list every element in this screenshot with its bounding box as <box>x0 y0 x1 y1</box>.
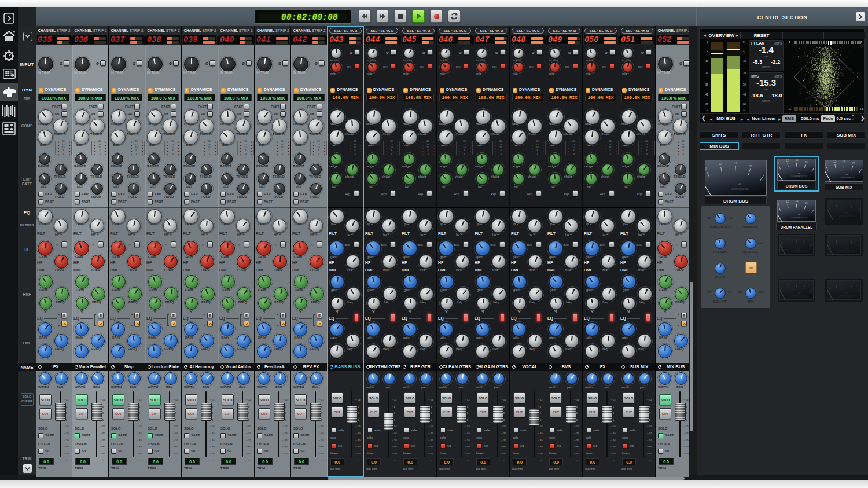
svg-text:8: 8 <box>705 167 707 170</box>
svg-text:dB: dB <box>798 214 801 216</box>
svg-text:20: 20 <box>804 202 808 205</box>
svg-text:dB: dB <box>798 173 801 175</box>
svg-text:COMPRESSION: COMPRESSION <box>838 215 855 217</box>
svg-text:COMPRESSION: COMPRESSION <box>838 250 855 252</box>
svg-text:dB: dB <box>845 174 848 176</box>
svg-text:12: 12 <box>833 160 837 163</box>
svg-text:dB: dB <box>845 212 848 214</box>
svg-text:COMPRESSION: COMPRESSION <box>791 217 808 219</box>
svg-text:dB: dB <box>738 183 741 185</box>
svg-text:8: 8 <box>778 162 779 165</box>
svg-text:COMPRESSION: COMPRESSION <box>790 295 807 298</box>
svg-text:12: 12 <box>786 159 789 162</box>
svg-text:12: 12 <box>719 163 723 166</box>
svg-text:dB: dB <box>845 247 848 249</box>
svg-text:16: 16 <box>795 200 799 203</box>
svg-text:16: 16 <box>734 162 738 165</box>
svg-text:dB: dB <box>797 292 800 295</box>
svg-text:dB: dB <box>845 292 848 295</box>
svg-text:12: 12 <box>786 200 789 203</box>
svg-text:8: 8 <box>778 203 779 206</box>
svg-text:16: 16 <box>795 159 799 162</box>
svg-text:COMPRESSION: COMPRESSION <box>838 177 855 179</box>
svg-text:16: 16 <box>843 160 846 163</box>
svg-text:COMPRESSION: COMPRESSION <box>731 188 748 190</box>
svg-text:8: 8 <box>825 163 826 166</box>
svg-text:20: 20 <box>804 161 808 164</box>
svg-text:dB: dB <box>797 247 800 249</box>
svg-text:20: 20 <box>852 162 855 165</box>
svg-text:COMPRESSION: COMPRESSION <box>838 295 855 298</box>
svg-text:COMPRESSION: COMPRESSION <box>791 175 808 178</box>
svg-text:20: 20 <box>749 165 753 168</box>
